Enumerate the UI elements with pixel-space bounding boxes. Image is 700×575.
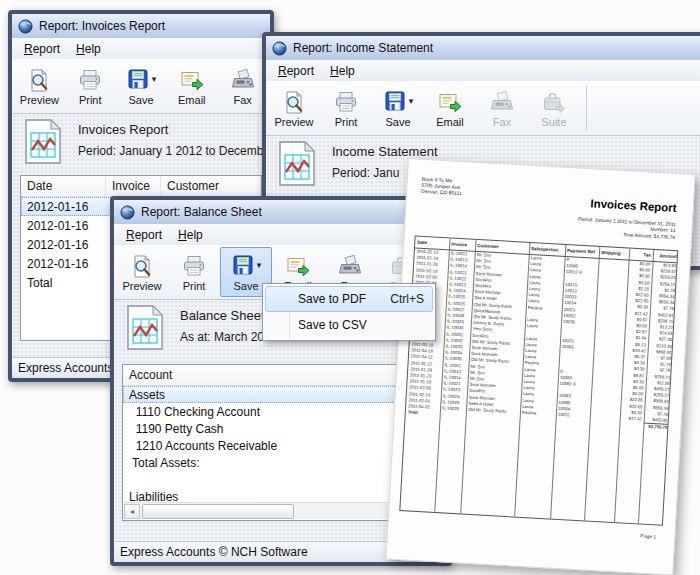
cell: [439, 411, 465, 420]
column-header: Tax: [629, 251, 653, 257]
report-period: Period: January 1 2012 to December 31 20…: [78, 144, 270, 158]
save-icon: [126, 67, 150, 93]
menu-report[interactable]: Report: [270, 62, 322, 80]
column-header: Customer: [475, 243, 529, 251]
save-dropdown-icon[interactable]: ▾: [152, 75, 157, 84]
column-header: Amount: [653, 253, 678, 259]
save-dropdown-icon[interactable]: ▾: [409, 97, 414, 106]
print-icon: [182, 253, 206, 279]
print-icon: [334, 89, 358, 115]
income-menubar: Report Help: [266, 60, 700, 82]
page-number: Page 1: [640, 533, 656, 540]
button-label: Print: [79, 94, 102, 106]
column-header: Date: [21, 176, 106, 196]
balance-menubar: Report Help: [114, 224, 448, 246]
invoices-titlebar[interactable]: Report: Invoices Report: [12, 14, 270, 39]
cell: $3,730.79: [643, 423, 669, 432]
button-label: Save: [128, 94, 153, 106]
cell: [555, 418, 589, 427]
table-row[interactable]: 1110 Checking Account: [123, 403, 439, 420]
cell: 2012-01-16: [21, 257, 112, 271]
menu-help[interactable]: Help: [68, 40, 109, 58]
fax-button[interactable]: Fax: [217, 61, 268, 111]
print-button[interactable]: Print: [65, 61, 116, 111]
menu-report[interactable]: Report: [118, 226, 170, 244]
cell: [589, 420, 619, 429]
cell: 2012-01-16: [21, 238, 112, 252]
column-header: Date: [415, 240, 449, 247]
fax-icon: [490, 89, 514, 115]
button-label: Preview: [122, 280, 161, 292]
email-button[interactable]: Email: [166, 61, 217, 111]
fax-icon: [231, 67, 255, 93]
income-titlebar[interactable]: Report: Income Statement: [266, 36, 700, 61]
cell: [519, 416, 555, 425]
email-button[interactable]: Email: [424, 83, 476, 133]
menu-item-shortcut: Ctrl+S: [390, 292, 424, 306]
column-header: Customer: [161, 176, 261, 196]
balance-titlebar[interactable]: Report: Balance Sheet: [114, 200, 448, 225]
cell: Total: [406, 410, 440, 419]
column-header: Invoice: [449, 241, 475, 247]
report-doc-icon: [126, 304, 164, 351]
invoices-table-header: DateInvoiceCustomer: [21, 176, 261, 197]
email-icon: [438, 89, 462, 115]
button-label: Save: [385, 116, 410, 128]
preview-button[interactable]: Preview: [268, 83, 320, 133]
paper-title: Invoices Report: [590, 197, 677, 214]
print-icon: [78, 67, 102, 93]
menu-help[interactable]: Help: [322, 62, 363, 80]
save-icon: [383, 89, 407, 115]
table-row[interactable]: Assets: [123, 386, 439, 403]
preview-icon: [27, 67, 51, 93]
menu-item-save-to-pdf[interactable]: Save to PDF Ctrl+S: [265, 286, 433, 312]
preview-button[interactable]: Preview: [14, 61, 65, 111]
button-label: Save: [233, 280, 258, 292]
menu-item-save-to-csv[interactable]: Save to CSV: [265, 312, 433, 338]
menu-help[interactable]: Help: [170, 226, 211, 244]
cell: 2012-01-16: [21, 219, 112, 233]
menu-report[interactable]: Report: [16, 40, 68, 58]
toolbar-separator: [586, 86, 587, 130]
save-button[interactable]: ▾ Save: [372, 83, 424, 133]
print-button[interactable]: Print: [168, 247, 220, 297]
save-icon: [231, 253, 255, 279]
window-title: Report: Invoices Report: [39, 19, 165, 33]
column-header: Payment Ref: [565, 248, 599, 255]
button-label: Fax: [493, 116, 511, 128]
suite-icon: [542, 89, 566, 115]
preview-icon: [282, 89, 306, 115]
button-label: Print: [335, 116, 358, 128]
app-icon: [120, 205, 135, 220]
printed-invoices-report: Book It To Me 5705 Juniper Ave Denver, C…: [386, 158, 696, 575]
save-dropdown-menu: Save to PDF Ctrl+S Save to CSV: [262, 283, 436, 341]
invoices-toolbar: Preview Print ▾ Save Email Fax: [12, 59, 270, 114]
cell: [619, 422, 643, 431]
print-button[interactable]: Print: [320, 83, 372, 133]
scroll-left-icon[interactable]: ◂: [124, 504, 140, 519]
button-label: Email: [436, 116, 464, 128]
column-header: Account: [123, 365, 439, 385]
income-toolbar: Preview Print ▾ Save Email Fax: [266, 81, 700, 136]
cell: Assets: [123, 388, 439, 402]
button-label: Fax: [233, 94, 251, 106]
suite-button[interactable]: Suite: [528, 83, 580, 133]
paper-meta: Period: January 1 2011 to December 31, 2…: [577, 217, 676, 241]
report-title: Income Statement: [332, 144, 438, 159]
preview-button[interactable]: Preview: [116, 247, 168, 297]
button-label: Email: [178, 94, 206, 106]
cell: 2012-01-16: [21, 200, 112, 214]
scrollbar-thumb[interactable]: [142, 504, 294, 519]
button-label: Print: [183, 280, 206, 292]
save-dropdown-icon[interactable]: ▾: [257, 261, 262, 270]
app-icon: [18, 19, 33, 34]
button-label: Preview: [274, 116, 313, 128]
column-header: Invoice: [106, 176, 161, 196]
save-button[interactable]: ▾ Save: [116, 61, 167, 111]
cell: Total: [21, 276, 112, 290]
email-icon: [286, 253, 310, 279]
paper-table-rows: 2011-01-12IL-10011Mr. SoxLauraP$0.00$13.…: [406, 249, 677, 432]
fax-button[interactable]: Fax: [476, 83, 528, 133]
menu-item-label: Save to PDF: [298, 292, 390, 306]
paper-table: DateInvoiceCustomerSalespersonPayment Re…: [399, 235, 678, 525]
